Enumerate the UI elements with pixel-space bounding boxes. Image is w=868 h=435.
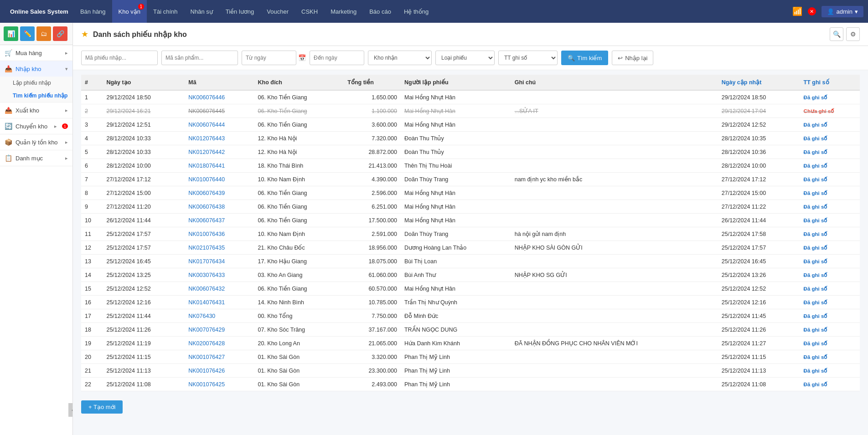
cell-ma[interactable]: NK001076426 [185, 364, 254, 378]
search-icon-button[interactable]: 🔍 [830, 27, 843, 41]
cell-ma[interactable]: NK007076429 [185, 323, 254, 337]
cell-ma[interactable]: NK012076442 [185, 145, 254, 159]
nav-kho-van[interactable]: Kho vận 1 [112, 0, 147, 23]
ma-link[interactable]: NK006076446 [188, 94, 225, 101]
nav-marketing[interactable]: Marketing [324, 0, 363, 23]
sidebar-item-tim-kiem-phieu-nhap[interactable]: Tìm kiếm phiếu nhập [0, 89, 72, 102]
cell-ngay-tao: 25/12/2024 11:19 [103, 337, 185, 350]
ma-link[interactable]: NK006076432 [188, 286, 225, 292]
ma-link[interactable]: NK006076445 [188, 108, 225, 114]
ma-link[interactable]: NK001076425 [188, 381, 225, 388]
cell-ma[interactable]: NK014076431 [185, 296, 254, 309]
cell-ma[interactable]: NK006076445 [185, 104, 254, 118]
cell-ngay-tao: 27/12/2024 11:20 [103, 200, 185, 214]
sidebar-item-xuat-kho[interactable]: 📤 Xuất kho ▸ [0, 102, 72, 118]
share-button[interactable]: 🔗 [53, 26, 67, 41]
cell-ma[interactable]: NK020076428 [185, 337, 254, 350]
cell-ghi-chu [511, 214, 718, 227]
cell-ngay-tao: 25/12/2024 11:15 [103, 350, 185, 364]
ma-link[interactable]: NK014076431 [188, 299, 225, 306]
nav-tien-luong[interactable]: Tiền lương [219, 0, 261, 23]
nav-bao-cao[interactable]: Báo cáo [363, 0, 398, 23]
cell-ghi-chu [511, 309, 718, 323]
cell-ma[interactable]: NK006076432 [185, 282, 254, 296]
ma-san-pham-input[interactable] [161, 51, 238, 65]
cell-ma[interactable]: NK018076441 [185, 159, 254, 173]
cell-ma[interactable]: NK006076438 [185, 200, 254, 214]
cell-tt: Chưa ghi số [800, 104, 860, 118]
ma-link[interactable]: NK012076442 [188, 149, 225, 155]
cell-ma[interactable]: NK001076427 [185, 350, 254, 364]
nav-he-thong[interactable]: Hệ thống [398, 0, 435, 23]
reset-button[interactable]: ↩ Nhập lại [612, 51, 653, 65]
ma-link[interactable]: NK006076438 [188, 204, 225, 210]
ma-link[interactable]: NK003076433 [188, 272, 225, 278]
tt-ghi-so-select[interactable]: TT ghi số [498, 51, 558, 65]
settings-icon-button[interactable]: ⚙ [846, 27, 860, 41]
sidebar-item-mua-hang[interactable]: 🛒 Mua hàng ▸ [0, 45, 72, 61]
ma-link[interactable]: NK010076440 [188, 176, 225, 183]
cell-ma[interactable]: NK076430 [185, 309, 254, 323]
ma-link[interactable]: NK020076428 [188, 340, 225, 347]
sidebar-item-chuyen-kho[interactable]: 🔄 Chuyển kho ▸ 1 [0, 118, 72, 134]
ma-link[interactable]: NK010076436 [188, 231, 225, 237]
tu-ngay-input[interactable] [242, 51, 296, 65]
cell-num: 11 [81, 227, 103, 241]
cell-ma[interactable]: NK006076439 [185, 186, 254, 200]
cell-ma[interactable]: NK006076437 [185, 214, 254, 227]
ma-link[interactable]: NK018076441 [188, 163, 225, 169]
ma-link[interactable]: NK006076444 [188, 122, 225, 128]
ma-link[interactable]: NK076430 [188, 313, 215, 319]
nav-voucher[interactable]: Voucher [260, 0, 295, 23]
cell-tong-tien: 61.060.000 [344, 268, 401, 282]
ma-link[interactable]: NK006076437 [188, 217, 225, 224]
cell-ma[interactable]: NK001076425 [185, 378, 254, 391]
cell-ma[interactable]: NK021076435 [185, 241, 254, 255]
user-menu-button[interactable]: 👤 admin ▾ [822, 6, 863, 17]
ma-phieu-input[interactable] [81, 51, 158, 65]
cell-ma[interactable]: NK010076440 [185, 173, 254, 186]
edit-button[interactable]: ✏️ [20, 26, 35, 41]
ma-link[interactable]: NK001076426 [188, 368, 225, 374]
ma-link[interactable]: NK006076439 [188, 190, 225, 196]
nav-tai-chinh[interactable]: Tài chính [147, 0, 184, 23]
cell-num: 4 [81, 132, 103, 145]
cell-tong-tien: 2.596.000 [344, 186, 401, 200]
sidebar-item-quan-ly-ton-kho[interactable]: 📦 Quản lý tồn kho ▸ [0, 134, 72, 150]
cell-ma[interactable]: NK003076433 [185, 268, 254, 282]
table-row: 3 29/12/2024 12:51 NK006076444 06. Kho T… [81, 118, 860, 132]
ma-link[interactable]: NK007076429 [188, 327, 225, 333]
nav-cskh[interactable]: CSKH [295, 0, 324, 23]
table-container: # Ngày tạo Mã Kho đích Tổng tiền Người l… [73, 70, 868, 396]
sidebar-item-nhap-kho[interactable]: 📥 Nhập kho ▾ Lập phiếu nhập Tìm kiếm phi… [0, 61, 72, 102]
table-row: 17 25/12/2024 11:44 NK076430 00. Kho Tổn… [81, 309, 860, 323]
cell-ma[interactable]: NK010076436 [185, 227, 254, 241]
loai-phieu-select[interactable]: Loại phiếu [435, 51, 495, 65]
ma-link[interactable]: NK021076435 [188, 245, 225, 251]
top-nav: Online Sales System Bán hàng Kho vận 1 T… [0, 0, 868, 23]
sidebar-collapse-button[interactable]: ‹ [68, 403, 73, 417]
cell-ma[interactable]: NK006076444 [185, 118, 254, 132]
folder-button[interactable]: 🗂 [36, 26, 51, 41]
cell-ma[interactable]: NK017076434 [185, 255, 254, 268]
sidebar-item-danh-muc[interactable]: 📋 Danh mục ▸ [0, 150, 72, 166]
add-button[interactable]: + Tạo mới [81, 400, 123, 414]
table-row: 1 29/12/2024 18:50 NK006076446 06. Kho T… [81, 90, 860, 104]
ma-link[interactable]: NK012076443 [188, 135, 225, 142]
cell-ma[interactable]: NK012076443 [185, 132, 254, 145]
dashboard-button[interactable]: 📊 [4, 26, 18, 41]
kho-nhan-select[interactable]: Kho nhận [368, 51, 432, 65]
ma-link[interactable]: NK001076427 [188, 354, 225, 360]
den-ngay-input[interactable] [310, 51, 364, 65]
sidebar-item-lap-phieu-nhap[interactable]: Lập phiếu nhập [0, 77, 72, 89]
nav-ban-hang[interactable]: Bán hàng [74, 0, 112, 23]
status-badge: Chưa ghi số [804, 108, 834, 114]
cell-nguoi-lap: Đỗ Minh Đức [401, 309, 511, 323]
ma-link[interactable]: NK017076434 [188, 258, 225, 265]
cell-tt: Đã ghi số [800, 350, 860, 364]
cell-ma[interactable]: NK006076446 [185, 90, 254, 104]
cell-nguoi-lap: Mai Hồng Nhựt Hân [401, 186, 511, 200]
cell-tong-tien: 18.956.000 [344, 241, 401, 255]
search-button[interactable]: 🔍 Tìm kiếm [561, 51, 608, 65]
nav-nhan-su[interactable]: Nhân sự [184, 0, 219, 23]
